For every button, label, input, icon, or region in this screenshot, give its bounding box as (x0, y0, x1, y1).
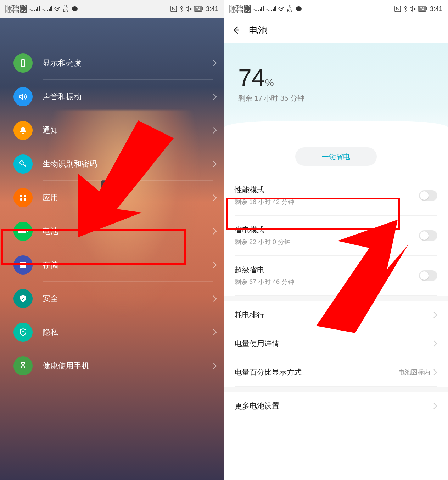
settings-item-biometric[interactable]: 生物识别和密码 (0, 147, 224, 181)
svg-rect-5 (20, 198, 22, 201)
chevron-right-icon (433, 369, 437, 376)
settings-item-digital-wellbeing[interactable]: 健康使用手机 (0, 349, 224, 383)
sound-icon (13, 87, 33, 106)
toggle-power-save[interactable] (419, 230, 437, 241)
page-header: 电池 (224, 18, 448, 43)
shield-icon (13, 289, 33, 308)
settings-item-sound[interactable]: 声音和振动 (0, 80, 224, 113)
bluetooth-icon (403, 6, 407, 12)
hd-badge: HD (20, 5, 27, 9)
toggle-performance[interactable] (419, 190, 437, 201)
battery-remaining: 剩余 17 小时 35 分钟 (238, 94, 448, 103)
svg-point-2 (20, 161, 23, 164)
chevron-right-icon (213, 194, 217, 201)
status-bar-left: 中国移动HD 中国移动HD 4G 4G 13B/s (0, 0, 224, 18)
mute-icon (185, 6, 192, 12)
chevron-right-icon (433, 340, 437, 347)
chevron-right-icon (213, 160, 217, 168)
message-icon (296, 6, 302, 12)
settings-item-storage[interactable]: 存储 (0, 248, 224, 282)
svg-rect-6 (24, 198, 26, 201)
chevron-right-icon (213, 228, 217, 235)
svg-rect-10 (20, 264, 26, 266)
row-more-settings[interactable]: 更多电池设置 (235, 392, 437, 420)
bluetooth-icon (179, 6, 183, 12)
chevron-right-icon (213, 127, 217, 134)
row-percent-display[interactable]: 电量百分比显示方式 电池图标内 (235, 358, 437, 387)
mode-performance[interactable]: 性能模式剩余 16 小时 42 分钟 (235, 176, 437, 216)
wifi-icon (54, 6, 60, 11)
settings-item-display[interactable]: 显示和亮度 (0, 46, 224, 80)
clock: 3:41 (206, 5, 218, 13)
display-icon (13, 53, 33, 73)
settings-item-apps[interactable]: 应用 (0, 181, 224, 214)
chevron-right-icon (433, 402, 437, 410)
back-button[interactable] (231, 26, 240, 35)
settings-list: 显示和亮度 声音和振动 通知 生物 (0, 18, 224, 383)
row-usage-detail[interactable]: 电量使用详情 (235, 329, 437, 358)
wifi-icon (278, 6, 284, 11)
settings-item-notification[interactable]: 通知 (0, 113, 224, 147)
apps-icon (13, 188, 33, 207)
svg-rect-1 (21, 60, 25, 67)
svg-rect-11 (20, 266, 26, 268)
clock: 3:41 (430, 5, 442, 13)
svg-rect-7 (18, 229, 26, 233)
svg-rect-3 (20, 195, 22, 197)
chevron-right-icon (213, 329, 217, 336)
battery-icon (13, 222, 33, 241)
settings-item-battery[interactable]: 电池 (0, 214, 224, 248)
battery-indicator: 74 (418, 6, 426, 12)
status-bar-right: 中国移动HD 中国移动HD 4G 4G 3K/s 74 3:41 (224, 0, 448, 18)
mode-ultra-save[interactable]: 超级省电剩余 67 小时 46 分钟 (235, 256, 437, 296)
page-title: 电池 (249, 24, 267, 36)
mode-power-save[interactable]: 省电模式剩余 22 小时 0 分钟 (235, 216, 437, 256)
carrier-label: 中国移动 (4, 5, 19, 9)
chevron-right-icon (213, 362, 217, 369)
svg-rect-4 (24, 195, 26, 197)
nfc-icon (394, 6, 401, 12)
svg-point-12 (22, 331, 24, 332)
privacy-icon (13, 323, 33, 342)
message-icon (72, 6, 78, 12)
chevron-right-icon (213, 60, 217, 67)
settings-item-privacy[interactable]: 隐私 (0, 315, 224, 349)
row-usage-ranking[interactable]: 耗电排行 (235, 301, 437, 329)
svg-rect-9 (20, 262, 26, 264)
key-icon (13, 154, 33, 174)
onekey-save-button[interactable]: 一键省电 (295, 147, 377, 166)
svg-rect-8 (27, 230, 28, 232)
nfc-icon (170, 6, 177, 12)
mute-icon (409, 6, 416, 12)
signal-bars-icon (34, 6, 40, 11)
toggle-ultra-save[interactable] (419, 270, 437, 281)
settings-item-security[interactable]: 安全 (0, 282, 224, 315)
battery-percent: 74 (238, 64, 265, 91)
battery-hero: 74% 剩余 17 小时 35 分钟 (224, 43, 448, 135)
hourglass-icon (13, 356, 33, 375)
chevron-right-icon (213, 261, 217, 269)
storage-icon (13, 255, 33, 275)
chevron-right-icon (433, 311, 437, 318)
chevron-right-icon (213, 93, 217, 100)
bell-icon (13, 121, 33, 140)
percent-display-value: 电池图标内 (398, 368, 430, 377)
battery-indicator: 74 (194, 6, 202, 12)
chevron-right-icon (213, 295, 217, 302)
